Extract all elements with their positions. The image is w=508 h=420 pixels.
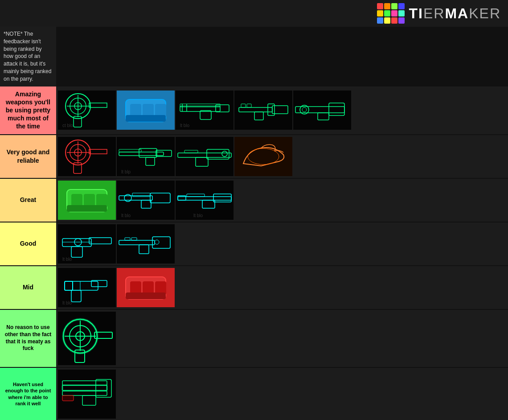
note-row: *NOTE* The feedbacker isn't being ranked…	[0, 27, 508, 86]
logo-text: TiERMAKER	[409, 5, 501, 22]
svg-text:lt blo: lt blo	[193, 213, 203, 218]
svg-rect-121	[62, 395, 74, 401]
tier-label-a: Very good and reliable	[0, 135, 56, 178]
svg-text:lt blo: lt blo	[121, 213, 131, 218]
logo-cell	[384, 17, 390, 24]
list-item	[58, 137, 116, 176]
list-item: lt blo	[58, 268, 116, 307]
tier-items-e	[56, 310, 508, 367]
tier-row-b: Great	[0, 179, 508, 222]
tier-items-f	[56, 368, 508, 420]
tier-row-d: Mid lt blo	[0, 266, 508, 310]
logo-cell	[384, 3, 390, 9]
svg-text:ct blo: ct blo	[62, 123, 73, 128]
logo-cell	[391, 3, 397, 9]
tier-items-d: lt blo	[56, 266, 508, 309]
note-label: *NOTE* The feedbacker isn't being ranked…	[0, 27, 56, 86]
svg-text:lt blo: lt blo	[62, 301, 72, 305]
tier-label-b: Great	[0, 179, 56, 222]
note-content	[56, 27, 508, 86]
svg-rect-105	[126, 292, 166, 299]
svg-rect-23	[234, 91, 292, 130]
tier-label-d: Mid	[0, 266, 56, 309]
tier-row-f: Haven't used enough to the point where i…	[0, 368, 508, 420]
list-item	[58, 181, 116, 220]
list-item	[117, 224, 175, 264]
tier-items-a: lt blp	[56, 135, 508, 178]
logo: TiERMAKER	[377, 3, 501, 24]
list-item	[117, 91, 175, 130]
list-item	[234, 137, 292, 176]
list-item: lt blp	[117, 137, 175, 176]
header: TiERMAKER	[0, 0, 508, 27]
svg-text:lt blo: lt blo	[180, 123, 190, 128]
logo-cell	[384, 10, 390, 16]
list-item	[176, 137, 234, 176]
tier-row-s: Amazing weapons you'll be using pretty m…	[0, 86, 508, 135]
tier-items-c: lt blo	[56, 222, 508, 265]
tier-items-s: ct blo	[56, 86, 508, 134]
tier-items-b: lt blo lt blo	[56, 179, 508, 222]
logo-grid	[377, 3, 405, 24]
tier-label-s: Amazing weapons you'll be using pretty m…	[0, 86, 56, 134]
tier-label-f: Haven't used enough to the point where i…	[0, 368, 56, 420]
svg-rect-30	[293, 91, 351, 130]
logo-cell	[398, 3, 405, 9]
tier-row-e: No reason to use other than the fact tha…	[0, 310, 508, 368]
list-item: ct blo	[58, 91, 116, 130]
logo-cell	[377, 17, 383, 24]
svg-rect-14	[126, 115, 166, 122]
tier-row-c: Good lt blo	[0, 222, 508, 266]
svg-rect-64	[67, 205, 107, 212]
list-item	[293, 91, 351, 130]
logo-cell	[398, 17, 405, 24]
svg-text:lt blp: lt blp	[121, 169, 131, 174]
list-item	[58, 312, 116, 365]
logo-cell	[391, 17, 397, 24]
list-item	[117, 268, 175, 307]
list-item: lt blo	[117, 181, 175, 220]
svg-text:lt blo: lt blo	[62, 257, 72, 262]
list-item: lt blo	[176, 91, 234, 130]
svg-rect-86	[117, 224, 175, 264]
tier-label-c: Good	[0, 222, 56, 265]
list-item: lt blo	[58, 224, 116, 264]
logo-cell	[377, 10, 383, 16]
list-item	[58, 370, 116, 419]
logo-cell	[398, 10, 405, 16]
list-item	[234, 91, 292, 130]
logo-cell	[377, 3, 383, 9]
list-item: lt blo	[176, 181, 234, 220]
tier-list: Amazing weapons you'll be using pretty m…	[0, 86, 508, 420]
tier-row-a: Very good and reliable	[0, 135, 508, 179]
logo-cell	[391, 10, 397, 16]
tier-label-e: No reason to use other than the fact tha…	[0, 310, 56, 367]
